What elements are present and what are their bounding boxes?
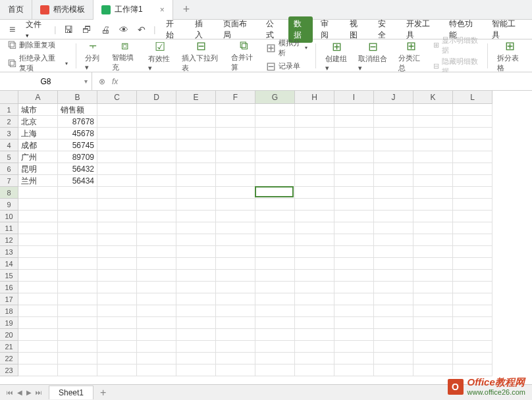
sheet-last-icon[interactable]: ⏭ (36, 389, 42, 396)
cell[interactable] (58, 222, 97, 234)
cell[interactable] (255, 128, 295, 139)
validation-button[interactable]: ☑有效性▾ (144, 38, 175, 74)
cell[interactable] (374, 364, 413, 376)
cell[interactable] (176, 246, 216, 258)
cell[interactable] (334, 163, 374, 175)
cell[interactable] (18, 246, 58, 258)
col-header[interactable]: C (97, 91, 137, 104)
cell[interactable] (97, 116, 137, 128)
cell[interactable] (334, 317, 374, 329)
cell[interactable] (334, 187, 374, 199)
cell[interactable] (374, 293, 413, 305)
cell[interactable] (58, 282, 97, 293)
cell[interactable] (18, 187, 58, 199)
cell[interactable] (176, 211, 216, 222)
cell[interactable]: 北京 (18, 116, 58, 128)
cell[interactable] (97, 104, 137, 116)
cell[interactable] (453, 329, 492, 341)
cell[interactable] (453, 341, 492, 353)
cell[interactable] (374, 258, 413, 270)
cell[interactable] (176, 151, 216, 163)
col-header[interactable]: A (18, 91, 58, 104)
cell[interactable] (216, 317, 255, 329)
cell[interactable] (137, 104, 176, 116)
cell[interactable]: 56745 (58, 139, 97, 151)
cell[interactable] (176, 329, 216, 341)
cell[interactable] (176, 175, 216, 187)
cell[interactable] (18, 305, 58, 317)
cell[interactable]: 城市 (18, 104, 58, 116)
cell[interactable] (374, 128, 413, 139)
cell[interactable] (374, 234, 413, 246)
reject-dup-button[interactable]: ⧉拒绝录入重复项 ▾ (8, 53, 68, 73)
cell[interactable] (295, 293, 334, 305)
cell[interactable] (295, 151, 334, 163)
cell[interactable] (97, 246, 137, 258)
cell[interactable] (334, 353, 374, 364)
name-box-input[interactable] (5, 77, 86, 86)
cell[interactable] (97, 317, 137, 329)
cell[interactable] (18, 211, 58, 222)
cell[interactable] (334, 246, 374, 258)
cell[interactable] (176, 282, 216, 293)
cell[interactable] (334, 151, 374, 163)
cell[interactable] (255, 329, 295, 341)
cell[interactable] (374, 199, 413, 211)
cell[interactable] (18, 353, 58, 364)
cell[interactable] (295, 270, 334, 282)
cell[interactable] (97, 305, 137, 317)
cell[interactable] (137, 305, 176, 317)
cell[interactable] (334, 341, 374, 353)
cell[interactable] (216, 104, 255, 116)
cell[interactable] (453, 293, 492, 305)
cell[interactable] (176, 293, 216, 305)
row-header[interactable]: 21 (0, 341, 18, 353)
col-header[interactable]: G (255, 91, 295, 104)
cell[interactable] (216, 139, 255, 151)
cell[interactable] (374, 317, 413, 329)
cell[interactable] (176, 364, 216, 376)
new-tab-button[interactable]: + (173, 3, 200, 16)
cell[interactable] (295, 211, 334, 222)
cell[interactable] (413, 139, 453, 151)
cell[interactable] (58, 329, 97, 341)
cell[interactable] (413, 175, 453, 187)
cell[interactable] (18, 234, 58, 246)
cell[interactable] (18, 270, 58, 282)
row-header[interactable]: 5 (0, 151, 18, 163)
cell[interactable] (255, 104, 295, 116)
row-header[interactable]: 1 (0, 104, 18, 116)
cell[interactable] (374, 104, 413, 116)
cell[interactable] (413, 187, 453, 199)
cell[interactable] (453, 116, 492, 128)
cells-area[interactable]: 城市销售额北京87678上海45678成都56745广州89709昆明56432… (18, 104, 492, 376)
cell[interactable] (176, 341, 216, 353)
cell[interactable] (453, 234, 492, 246)
cell[interactable] (413, 258, 453, 270)
preview-icon[interactable]: 👁 (115, 22, 132, 38)
row-header[interactable]: 20 (0, 329, 18, 341)
cell[interactable] (216, 305, 255, 317)
cell[interactable]: 56432 (58, 163, 97, 175)
cell[interactable] (413, 234, 453, 246)
cell[interactable] (18, 329, 58, 341)
cell[interactable] (453, 187, 492, 199)
cell[interactable] (216, 258, 255, 270)
cell[interactable] (413, 163, 453, 175)
row-header[interactable]: 11 (0, 222, 18, 234)
row-header[interactable]: 12 (0, 234, 18, 246)
cell[interactable] (413, 353, 453, 364)
cell[interactable]: 45678 (58, 128, 97, 139)
cell[interactable] (374, 305, 413, 317)
record-button[interactable]: ⊟记录单 (266, 59, 307, 74)
cell[interactable] (295, 139, 334, 151)
cell[interactable] (18, 222, 58, 234)
cell[interactable] (97, 139, 137, 151)
cell[interactable] (374, 270, 413, 282)
cell[interactable] (176, 222, 216, 234)
cell[interactable] (413, 317, 453, 329)
cell[interactable] (176, 116, 216, 128)
cell[interactable] (413, 199, 453, 211)
row-header[interactable]: 14 (0, 258, 18, 270)
cell[interactable] (97, 211, 137, 222)
